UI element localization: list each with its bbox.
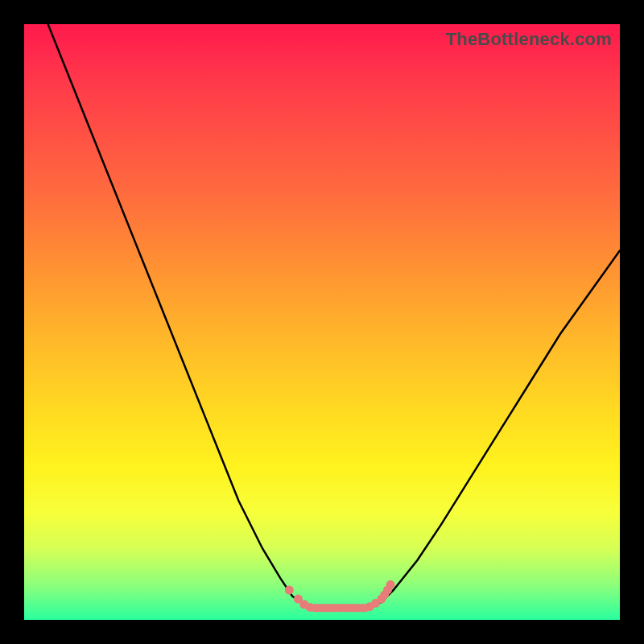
- right-curve: [369, 250, 620, 608]
- data-marker: [386, 580, 395, 589]
- plot-area: TheBottleneck.com: [24, 24, 620, 620]
- marker-group: [285, 580, 395, 612]
- left-curve: [48, 24, 311, 608]
- chart-frame: TheBottleneck.com: [0, 0, 644, 644]
- data-marker: [285, 586, 294, 595]
- chart-svg: [24, 24, 620, 620]
